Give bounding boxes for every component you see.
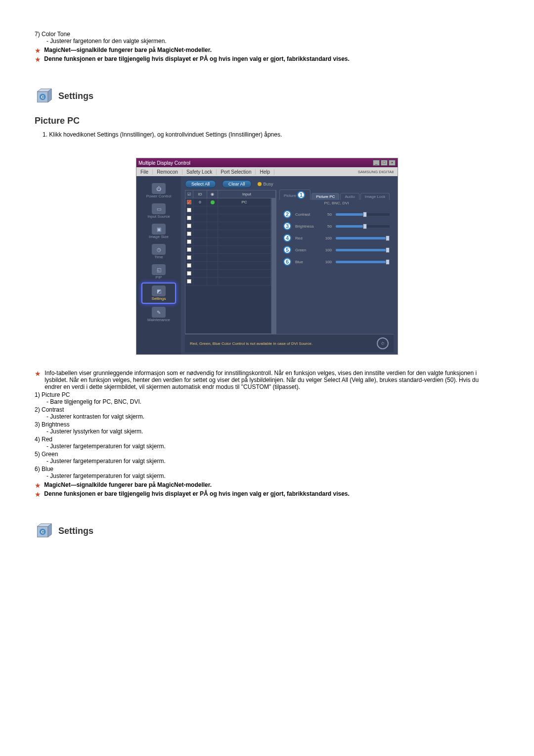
image-size-icon: ▣ — [152, 224, 166, 235]
badge-3: 3 — [283, 222, 291, 230]
red-slider[interactable] — [336, 237, 390, 239]
item-7-sub: - Justerer fargetonen for den valgte skj… — [46, 38, 499, 45]
row-checkbox[interactable] — [187, 208, 191, 212]
clock-icon: ◷ — [152, 244, 166, 255]
star-icon: ★ — [35, 55, 42, 62]
table-row[interactable] — [185, 246, 271, 254]
pip-icon: ◱ — [152, 264, 166, 275]
menu-port[interactable]: Port Selection — [217, 169, 256, 175]
settings-title: Settings — [58, 91, 93, 101]
sidebar-item-settings[interactable]: ◩ Settings — [141, 283, 176, 304]
svg-marker-7 — [48, 524, 51, 537]
menu-file[interactable]: File — [136, 169, 153, 175]
slider-blue: 6 Blue 100 — [283, 258, 390, 266]
star-icon: ★ — [35, 490, 42, 497]
note-1: ★ MagicNet—signalkilde fungerer bare på … — [35, 47, 499, 53]
sidebar: ⏻ Power Control ▭ Input Source ▣ Image S… — [136, 176, 181, 354]
blue-slider[interactable] — [336, 261, 390, 263]
sidebar-item-image[interactable]: ▣ Image Size — [141, 222, 176, 241]
row-checkbox[interactable] — [187, 232, 191, 236]
green-slider[interactable] — [336, 249, 390, 251]
row-checkbox[interactable] — [187, 239, 191, 244]
grid-header-status: ◉ — [207, 190, 218, 198]
badge-1: 1 — [297, 191, 305, 199]
main-panel: Select All Clear All Busy ☑ ID ◉ Input — [181, 176, 398, 354]
slider-brightness: 3 Brightness 50 — [283, 222, 390, 230]
power-icon: ⏻ — [152, 183, 166, 194]
star-icon: ★ — [35, 481, 42, 488]
table-row[interactable] — [185, 222, 271, 230]
slider-green: 5 Green 100 — [283, 246, 390, 254]
row-checkbox[interactable] — [187, 224, 191, 228]
table-row[interactable]: ✓ 0 PC — [185, 198, 271, 206]
maximize-button[interactable]: □ — [381, 160, 388, 166]
row-checkbox[interactable] — [187, 271, 191, 276]
row-checkbox[interactable]: ✓ — [187, 200, 191, 204]
menu-safety[interactable]: Safety Lock — [182, 169, 217, 175]
titlebar: Multiple Display Control _ □ × — [136, 158, 398, 167]
svg-text:C: C — [41, 529, 44, 534]
sidebar-item-pip[interactable]: ◱ PIP — [141, 262, 176, 282]
contrast-slider[interactable] — [336, 213, 390, 216]
sidebar-item-input[interactable]: ▭ Input Source — [141, 201, 176, 221]
intro-line-1: 1. Klikk hovedikonet Settings (Innstilli… — [43, 131, 499, 138]
item-5-sub: - Justerer fargetemperaturen for valgt s… — [46, 458, 499, 465]
item-2-sub: - Justerer kontrasten for valgt skjerm. — [46, 413, 499, 420]
sidebar-item-time[interactable]: ◷ Time — [141, 242, 176, 261]
row-checkbox[interactable] — [187, 279, 191, 284]
star-icon: ★ — [35, 47, 42, 53]
wait-icon: ⏱ — [377, 337, 389, 349]
status-on-icon — [211, 200, 215, 204]
clear-all-button[interactable]: Clear All — [222, 180, 252, 188]
brand-label: SAMSUNG DIGITAll — [358, 170, 394, 174]
tab-image-lock[interactable]: Image Lock — [360, 193, 390, 200]
close-button[interactable]: × — [389, 160, 396, 166]
table-row[interactable] — [185, 254, 271, 262]
svg-text:C: C — [41, 94, 44, 99]
input-icon: ▭ — [152, 203, 166, 214]
slider-red: 4 Red 100 — [283, 234, 390, 242]
table-row[interactable] — [185, 262, 271, 270]
table-row[interactable] — [185, 206, 271, 214]
star-icon: ★ — [35, 370, 41, 378]
grid-scrollbar[interactable] — [271, 198, 276, 333]
table-row[interactable] — [185, 238, 271, 246]
settings-cube-icon: C — [35, 522, 52, 540]
below-note-1: ★ MagicNet—signalkilde fungerer bare på … — [35, 481, 499, 488]
sidebar-item-maintenance[interactable]: ✎ Maintenance — [141, 305, 176, 324]
row-checkbox[interactable] — [187, 216, 191, 220]
table-row[interactable] — [185, 270, 271, 278]
row-checkbox[interactable] — [187, 263, 191, 268]
tab-picture-pc[interactable]: Picture PC — [312, 193, 339, 200]
settings-heading: C Settings — [35, 87, 499, 105]
grid-header-checkbox: ☑ — [185, 190, 193, 198]
item-1: 1) Picture PC — [35, 391, 499, 398]
busy-dot-icon — [258, 182, 262, 186]
select-all-button[interactable]: Select All — [185, 180, 216, 188]
table-row[interactable] — [185, 278, 271, 285]
row-checkbox[interactable] — [187, 247, 191, 252]
svg-marker-2 — [48, 89, 51, 102]
window-title: Multiple Display Control — [138, 160, 190, 166]
tab-audio[interactable]: Audio — [340, 193, 359, 200]
minimize-button[interactable]: _ — [373, 160, 380, 166]
menu-help[interactable]: Help — [256, 169, 274, 175]
maintenance-icon: ✎ — [152, 307, 166, 318]
tab-picture[interactable]: Picture 1 — [279, 189, 311, 200]
table-row[interactable] — [185, 214, 271, 222]
row-checkbox[interactable] — [187, 255, 191, 260]
item-7: 7) Color Tone — [35, 31, 499, 38]
sidebar-item-power[interactable]: ⏻ Power Control — [141, 181, 176, 200]
grid-header-input: Input — [218, 190, 276, 198]
brightness-slider[interactable] — [336, 225, 390, 228]
busy-indicator: Busy — [258, 182, 273, 187]
badge-5: 5 — [283, 246, 291, 254]
item-6-sub: - Justerer fargetemperaturen for valgt s… — [46, 472, 499, 479]
input-type-label: PC, BNC, DVI — [279, 200, 394, 208]
item-6: 6) Blue — [35, 466, 499, 472]
table-row[interactable] — [185, 230, 271, 238]
menu-remocon[interactable]: Remocon — [153, 169, 182, 175]
item-3-sub: - Justerer lysstyrken for valgt skjerm. — [46, 428, 499, 435]
info-para: ★ Info-tabellen viser grunnleggende info… — [35, 370, 499, 390]
badge-2: 2 — [283, 210, 291, 218]
